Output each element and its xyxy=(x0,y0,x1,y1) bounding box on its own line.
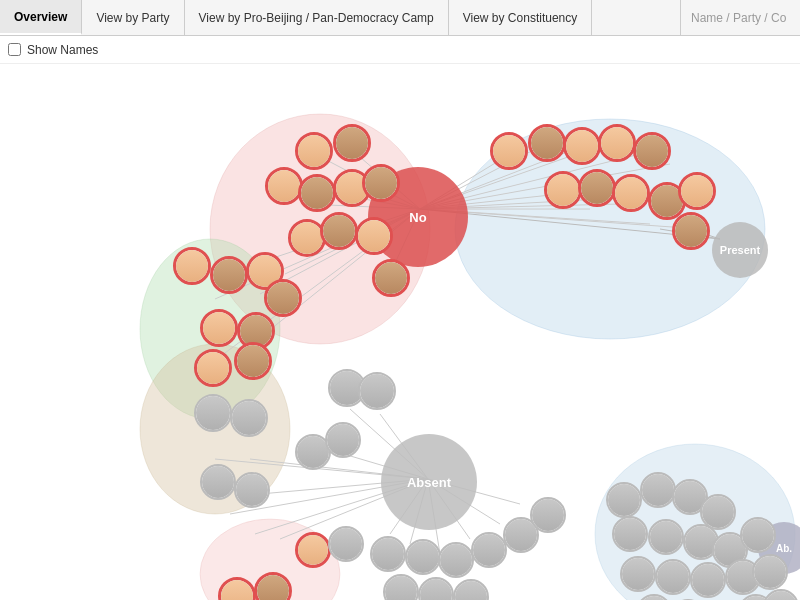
person-node xyxy=(620,556,656,592)
person-node xyxy=(173,247,211,285)
person-node xyxy=(528,124,566,162)
present-vote-node: Present xyxy=(712,222,768,278)
person-node xyxy=(563,127,601,165)
person-node xyxy=(298,174,336,212)
person-node xyxy=(405,539,441,575)
person-node xyxy=(325,422,361,458)
person-node xyxy=(234,472,270,508)
person-node xyxy=(358,372,396,410)
absent-vote-node: Absent xyxy=(381,434,477,530)
tab-view-by-camp[interactable]: View by Pro-Beijing / Pan-Democracy Camp xyxy=(185,0,449,35)
person-node xyxy=(418,577,454,600)
tab-overview[interactable]: Overview xyxy=(0,0,82,35)
person-node xyxy=(200,464,236,500)
person-node xyxy=(210,256,248,294)
person-node xyxy=(648,519,684,555)
person-node xyxy=(383,574,419,600)
person-node xyxy=(218,577,256,600)
show-names-label: Show Names xyxy=(27,43,98,57)
person-node xyxy=(612,516,648,552)
person-node xyxy=(530,497,566,533)
person-node xyxy=(265,167,303,205)
person-node xyxy=(200,309,238,347)
person-node xyxy=(295,132,333,170)
person-node xyxy=(234,342,272,380)
person-node xyxy=(453,579,489,600)
viz-area[interactable]: No Absent Present Ab. xyxy=(0,64,800,600)
person-node xyxy=(690,562,726,598)
person-node xyxy=(320,212,358,250)
person-node xyxy=(295,532,331,568)
tab-view-by-constituency[interactable]: View by Constituency xyxy=(449,0,593,35)
person-node xyxy=(372,259,410,297)
person-node xyxy=(362,164,400,202)
person-node xyxy=(328,526,364,562)
person-node xyxy=(230,399,268,437)
search-box[interactable]: Name / Party / Co xyxy=(680,0,800,35)
person-node xyxy=(740,517,776,553)
person-node xyxy=(471,532,507,568)
person-node xyxy=(578,169,616,207)
person-node xyxy=(370,536,406,572)
person-node xyxy=(606,482,642,518)
controls-bar: Show Names xyxy=(0,36,800,64)
person-node xyxy=(254,572,292,600)
person-node xyxy=(544,171,582,209)
person-node xyxy=(333,124,371,162)
person-node xyxy=(438,542,474,578)
person-node xyxy=(678,172,716,210)
show-names-checkbox[interactable] xyxy=(8,43,21,56)
person-node xyxy=(194,349,232,387)
person-node xyxy=(655,559,691,595)
person-node xyxy=(194,394,232,432)
tab-bar: Overview View by Party View by Pro-Beiji… xyxy=(0,0,800,36)
person-node xyxy=(633,132,671,170)
person-node xyxy=(490,132,528,170)
person-node xyxy=(640,472,676,508)
person-node xyxy=(763,589,799,600)
person-node xyxy=(612,174,650,212)
person-node xyxy=(752,554,788,590)
person-node xyxy=(636,594,672,600)
tab-view-by-party[interactable]: View by Party xyxy=(82,0,184,35)
person-node xyxy=(264,279,302,317)
person-node xyxy=(355,217,393,255)
person-node xyxy=(672,212,710,250)
person-node xyxy=(598,124,636,162)
